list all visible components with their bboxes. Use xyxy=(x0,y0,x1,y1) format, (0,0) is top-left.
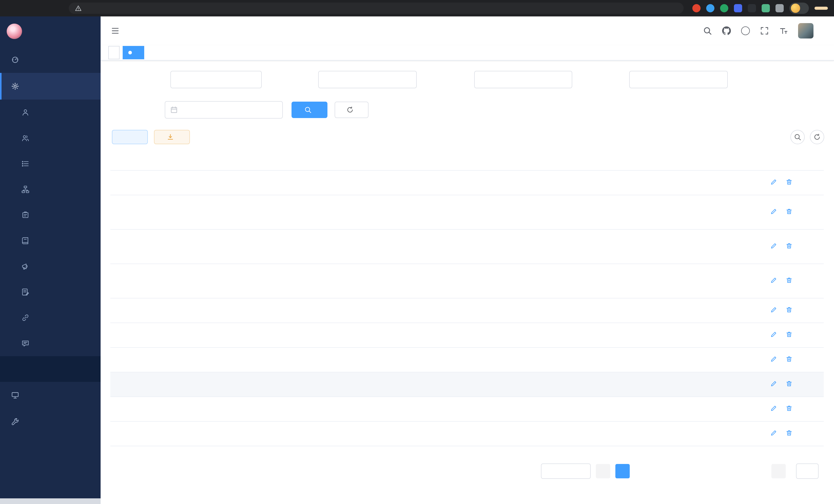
sidebar-item-home[interactable] xyxy=(0,46,101,73)
page-button[interactable] xyxy=(654,464,669,478)
delete-link[interactable] xyxy=(786,179,794,185)
help-icon[interactable] xyxy=(741,26,750,35)
error-code-input[interactable] xyxy=(480,75,567,84)
error-type-select[interactable] xyxy=(170,71,262,88)
sidebar-item-post-management[interactable] xyxy=(0,202,101,228)
edit-link[interactable] xyxy=(770,277,779,284)
edit-link[interactable] xyxy=(770,331,779,338)
browser-update-button[interactable] xyxy=(814,7,828,10)
edit-link[interactable] xyxy=(770,380,779,387)
trash-icon xyxy=(786,356,792,363)
extension-icon[interactable] xyxy=(706,4,715,12)
error-msg-input[interactable] xyxy=(635,75,722,84)
edit-link[interactable] xyxy=(770,179,779,185)
delete-link[interactable] xyxy=(786,331,794,338)
delete-link[interactable] xyxy=(786,208,794,215)
edit-link[interactable] xyxy=(770,405,779,412)
next-page-button[interactable] xyxy=(771,464,786,478)
pencil-icon xyxy=(770,208,777,215)
security-warning-icon xyxy=(75,5,82,12)
font-size-icon[interactable] xyxy=(779,26,788,35)
sidebar-section-infra[interactable] xyxy=(0,382,101,409)
create-time-range[interactable] xyxy=(165,101,283,118)
user-avatar[interactable] xyxy=(798,23,813,39)
page-button[interactable] xyxy=(635,464,649,478)
cell-id xyxy=(110,397,185,421)
reset-button[interactable] xyxy=(335,102,369,118)
table-row xyxy=(110,421,824,446)
search-icon[interactable] xyxy=(703,26,712,35)
app-logo[interactable] xyxy=(0,17,101,46)
extensions-puzzle-icon[interactable] xyxy=(775,4,784,12)
tab-error-code[interactable] xyxy=(123,46,144,59)
page-button[interactable] xyxy=(752,464,766,478)
start-date-input[interactable] xyxy=(181,106,215,114)
sidebar-item-menu-management[interactable] xyxy=(0,151,101,177)
sidebar-item-sms-management[interactable] xyxy=(0,330,101,356)
address-bar[interactable] xyxy=(69,3,684,14)
edit-link[interactable] xyxy=(770,208,779,215)
monitor-icon xyxy=(11,391,19,399)
app-name-input[interactable] xyxy=(324,75,411,84)
page-button[interactable] xyxy=(713,464,727,478)
main-area xyxy=(101,17,834,504)
sidebar-item-audit-log[interactable] xyxy=(0,279,101,305)
sidebar-section-system[interactable] xyxy=(0,73,101,100)
cell-ops xyxy=(741,372,824,397)
error-code-field xyxy=(474,71,572,88)
sidebar-item-error-code-management[interactable] xyxy=(0,356,101,382)
page-button[interactable] xyxy=(694,464,708,478)
edit-link[interactable] xyxy=(770,430,779,436)
extension-icon[interactable] xyxy=(762,4,770,12)
export-button[interactable] xyxy=(154,130,190,144)
column-header xyxy=(185,151,251,170)
refresh-table-button[interactable] xyxy=(810,130,824,144)
delete-link[interactable] xyxy=(786,356,794,363)
sidebar-item-role-management[interactable] xyxy=(0,125,101,151)
fullscreen-icon[interactable] xyxy=(760,26,769,35)
add-button[interactable] xyxy=(112,130,148,144)
page-button[interactable] xyxy=(615,464,630,478)
prev-page-button[interactable] xyxy=(596,464,610,478)
end-date-input[interactable] xyxy=(243,106,277,114)
edit-link[interactable] xyxy=(770,306,779,313)
sidebar-section-devtools[interactable] xyxy=(0,409,101,435)
delete-link[interactable] xyxy=(786,277,794,284)
cell-remark xyxy=(539,397,651,421)
cell-time xyxy=(651,195,741,229)
sidebar-fold-icon[interactable] xyxy=(111,26,119,35)
sidebar-item-notice-management[interactable] xyxy=(0,254,101,279)
extension-icon[interactable] xyxy=(748,4,756,12)
delete-link[interactable] xyxy=(786,380,794,387)
table-row xyxy=(110,372,824,397)
extension-icon[interactable] xyxy=(720,4,728,12)
sidebar-item-dept-management[interactable] xyxy=(0,177,101,202)
page-size-select[interactable] xyxy=(541,463,591,479)
extension-icon[interactable] xyxy=(734,4,742,12)
extension-icon[interactable] xyxy=(692,4,701,12)
cell-msg xyxy=(405,421,539,446)
cell-id xyxy=(110,229,185,264)
delete-link[interactable] xyxy=(786,405,794,412)
github-icon[interactable] xyxy=(722,26,731,35)
sidebar-item-online-user[interactable] xyxy=(0,305,101,330)
tab-home[interactable] xyxy=(108,46,119,59)
page-button[interactable] xyxy=(674,464,688,478)
edit-link[interactable] xyxy=(770,356,779,363)
cell-time xyxy=(651,298,741,323)
edit-link[interactable] xyxy=(770,242,779,249)
profile-paused-chip[interactable] xyxy=(789,3,809,14)
cell-type xyxy=(185,298,251,323)
more-pages-button[interactable] xyxy=(732,464,747,478)
cell-remark xyxy=(539,323,651,348)
table-row xyxy=(110,170,824,195)
sidebar-item-user-management[interactable] xyxy=(0,100,101,125)
delete-link[interactable] xyxy=(786,306,794,313)
search-button[interactable] xyxy=(291,102,327,118)
sidebar-item-dict-management[interactable] xyxy=(0,228,101,254)
page-jump-input[interactable] xyxy=(796,463,819,479)
cell-time xyxy=(651,229,741,264)
delete-link[interactable] xyxy=(786,242,794,249)
toggle-search-button[interactable] xyxy=(790,130,805,144)
delete-link[interactable] xyxy=(786,430,794,436)
